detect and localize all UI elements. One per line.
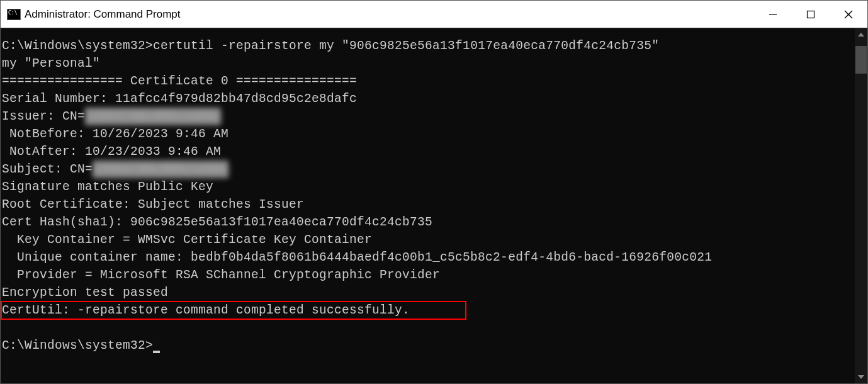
terminal-line: ================ Certificate 0 =========… — [2, 72, 855, 90]
titlebar-left: Administrator: Command Prompt — [1, 8, 181, 21]
terminal-line: Subject: CN=12bb47d8cd95c1e8du — [2, 161, 855, 178]
chevron-up-icon — [858, 33, 864, 37]
cursor — [153, 351, 160, 353]
terminal-line: Encryption test passed — [2, 284, 855, 302]
terminal-line: C:\Windows\system32>certutil -repairstor… — [2, 37, 855, 55]
window-title: Administrator: Command Prompt — [25, 8, 181, 21]
maximize-button[interactable] — [792, 1, 830, 28]
scroll-down-button[interactable] — [855, 371, 867, 383]
subject-blurred: 12bb47d8cd95c1e8du — [93, 161, 228, 178]
terminal-line: NotBefore: 10/26/2023 9:46 AM — [2, 125, 855, 143]
terminal-line: Issuer: CN=12bb47d8cd95c1e8du — [2, 108, 855, 125]
issuer-blurred: 12bb47d8cd95c1e8du — [85, 108, 221, 125]
terminal-line — [2, 319, 855, 337]
maximize-icon — [806, 10, 815, 19]
scrollbar[interactable] — [855, 28, 867, 383]
terminal-line: my "Personal" — [2, 55, 855, 72]
prompt: C:\Windows\system32> — [2, 39, 153, 53]
issuer-prefix: Issuer: CN= — [2, 110, 85, 123]
window-controls — [754, 1, 867, 28]
scroll-up-button[interactable] — [855, 28, 867, 41]
terminal-line: Serial Number: 11afcc4f979d82bb47d8cd95c… — [2, 90, 855, 108]
minimize-icon — [769, 10, 777, 19]
cmd-icon — [7, 9, 21, 20]
terminal-line: C:\Windows\system32> — [2, 337, 855, 354]
titlebar: Administrator: Command Prompt — [1, 1, 867, 28]
terminal-line: NotAfter: 10/23/2033 9:46 AM — [2, 143, 855, 161]
terminal-line: Signature matches Public Key — [2, 178, 855, 196]
terminal-line: Provider = Microsoft RSA SChannel Crypto… — [2, 266, 855, 284]
command: certutil -repairstore my "906c9825e56a13… — [153, 39, 659, 53]
close-icon — [844, 10, 853, 19]
scroll-thumb[interactable] — [855, 46, 867, 74]
minimize-button[interactable] — [754, 1, 792, 28]
close-button[interactable] — [830, 1, 867, 28]
prompt: C:\Windows\system32> — [2, 339, 153, 353]
terminal-line: Key Container = WMSvc Certificate Key Co… — [2, 231, 855, 249]
terminal-line: Cert Hash(sha1): 906c9825e56a13f1017ea40… — [2, 213, 855, 231]
subject-prefix: Subject: CN= — [2, 162, 93, 176]
terminal-area: C:\Windows\system32>certutil -repairstor… — [1, 28, 867, 383]
terminal-line: Unique container name: bedbf0b4da5f8061b… — [2, 249, 855, 266]
chevron-down-icon — [858, 375, 864, 379]
terminal[interactable]: C:\Windows\system32>certutil -repairstor… — [1, 28, 855, 383]
svg-rect-1 — [808, 11, 814, 18]
terminal-line: Root Certificate: Subject matches Issuer — [2, 196, 855, 213]
terminal-line-highlighted: CertUtil: -repairstore command completed… — [2, 302, 855, 319]
